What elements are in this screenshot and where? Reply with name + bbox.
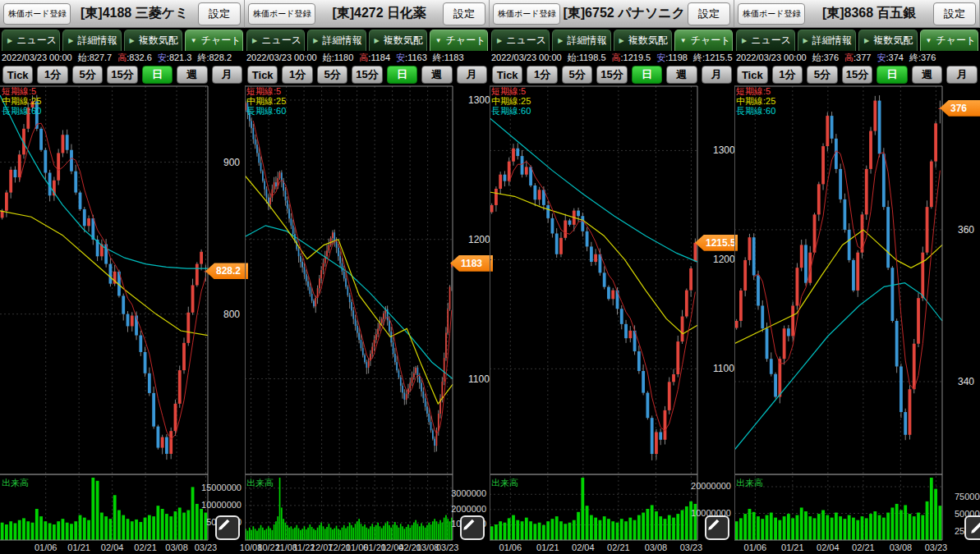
settings-button[interactable]: 設定 [688,2,730,25]
timeframe-15min[interactable]: 15分 [842,66,873,84]
timeframe-5min[interactable]: 5分 [72,66,103,84]
tab-bar: ▶ニュース▶詳細情報▶複数気配▼チャート [490,28,734,51]
tab-label: ニュース [261,34,301,48]
timeframe-week[interactable]: 週 [912,66,943,84]
tab-chart[interactable]: ▼チャート [185,30,243,51]
timeframe-15min[interactable]: 15分 [596,66,627,84]
tab-detail-info[interactable]: ▶詳細情報 [307,30,366,51]
tab-label: 複数気配 [628,34,668,48]
tab-news[interactable]: ▶ニュース [246,30,305,51]
draw-button[interactable] [460,515,485,540]
close-value: :1183 [442,53,464,62]
y-axis-label: 1300 [468,94,490,106]
high-field: 高:1219.5 [612,52,651,64]
timeframe-week[interactable]: 週 [177,66,207,84]
panel-header: 株価ボード登録[東]4272 日化薬設定 [245,0,490,28]
x-axis-label: 02/04 [817,543,840,552]
tab-multi-quote[interactable]: ▶複数気配 [858,30,918,51]
triangle-right-icon: ▶ [864,37,869,44]
tab-chart[interactable]: ▼チャート [430,30,488,51]
timeframe-1min[interactable]: 1分 [37,66,67,84]
tab-detail-info[interactable]: ▶詳細情報 [62,30,121,51]
tab-chart[interactable]: ▼チャート [920,30,979,51]
timeframe-month[interactable]: 月 [702,66,732,84]
settings-button[interactable]: 設定 [443,2,485,25]
triangle-down-icon: ▼ [680,37,687,44]
draw-button[interactable] [705,515,729,540]
low-label: 安 [158,53,167,62]
x-axis-label: 03/23 [436,543,459,552]
open-field: 始:376 [812,52,839,64]
timeframe-month[interactable]: 月 [212,66,242,84]
triangle-right-icon: ▶ [252,37,257,44]
tab-multi-quote[interactable]: ▶複数気配 [124,30,182,51]
volume-axis-label: 10000000 [194,500,242,510]
low-label: 安 [876,53,886,62]
tab-news[interactable]: ▶ニュース [491,30,550,51]
timeframe-week[interactable]: 週 [666,66,697,84]
tab-detail-info[interactable]: ▶詳細情報 [552,30,610,51]
ma-legend-short: 短期線:5 [2,86,41,96]
candlestick-chart[interactable] [734,85,980,554]
timeframe-15min[interactable]: 15分 [352,66,382,84]
triangle-down-icon: ▼ [435,37,442,44]
ma-legend-short: 短期線:5 [491,86,531,96]
tab-multi-quote[interactable]: ▶複数気配 [369,30,427,51]
timeframe-5min[interactable]: 5分 [317,66,347,84]
timeframe-1min[interactable]: 1分 [527,66,557,84]
register-board-button[interactable]: 株価ボード登録 [3,3,71,25]
high-label: 高 [359,53,368,62]
current-price-tag: 1215.5 [695,235,738,251]
register-board-button[interactable]: 株価ボード登録 [248,3,315,25]
tab-label: チャート [201,34,242,48]
timeframe-day[interactable]: 日 [876,66,908,84]
stock-title: [東]4272 日化薬 [315,5,443,22]
panel-header: 株価ボード登録[東]6752 パナソニク設定 [490,0,734,28]
timeframe-day[interactable]: 日 [387,66,417,84]
timeframe-day[interactable]: 日 [142,66,173,84]
ma-legend-short: 短期線:5 [736,86,775,96]
settings-button[interactable]: 設定 [933,2,976,25]
tab-news[interactable]: ▶ニュース [2,30,60,51]
timeframe-tick[interactable]: Tick [737,66,768,84]
stock-title: [東]6752 パナソニク [560,5,688,22]
high-label: 高 [117,53,127,62]
tab-chart[interactable]: ▼チャート [674,30,733,51]
timeframe-week[interactable]: 週 [421,66,452,84]
tab-label: 詳細情報 [77,34,117,48]
timeframe-5min[interactable]: 5分 [807,66,838,84]
timeframe-1min[interactable]: 1分 [772,66,803,84]
triangle-right-icon: ▶ [619,37,624,44]
timeframe-5min[interactable]: 5分 [562,66,592,84]
close-field: 終:376 [909,52,936,64]
triangle-right-icon: ▶ [558,37,563,44]
timeframe-15min[interactable]: 15分 [107,66,137,84]
high-label: 高 [612,53,621,62]
register-board-button[interactable]: 株価ボード登録 [738,3,805,25]
tab-news[interactable]: ▶ニュース [736,30,795,51]
y-axis-label: 1300 [713,144,735,156]
timeframe-month[interactable]: 月 [457,66,487,84]
current-price-tag: 828.2 [205,263,248,279]
timeframe-1min[interactable]: 1分 [282,66,312,84]
timeframe-tick[interactable]: Tick [247,66,278,84]
tab-multi-quote[interactable]: ▶複数気配 [614,30,672,51]
volume-title: 出来高 [736,477,763,489]
draw-button[interactable] [215,515,240,540]
x-axis-label: 01/06 [499,543,522,552]
open-label: 始 [568,53,577,62]
register-board-button[interactable]: 株価ボード登録 [493,3,560,25]
timeframe-day[interactable]: 日 [632,66,662,84]
timeframe-bar: Tick1分5分15分日週月 [245,64,490,85]
candlestick-chart[interactable] [245,85,490,554]
stock-title: [東]8368 百五銀 [805,5,933,22]
timeframe-tick[interactable]: Tick [492,66,522,84]
timeframe-bar: Tick1分5分15分日週月 [0,64,245,85]
timeframe-month[interactable]: 月 [946,66,978,84]
tab-detail-info[interactable]: ▶詳細情報 [798,30,857,51]
timeframe-tick[interactable]: Tick [2,66,33,84]
triangle-right-icon: ▶ [497,37,502,44]
volume-title: 出来高 [491,477,518,489]
settings-button[interactable]: 設定 [198,2,241,25]
open-field: 始:827.7 [78,52,113,64]
